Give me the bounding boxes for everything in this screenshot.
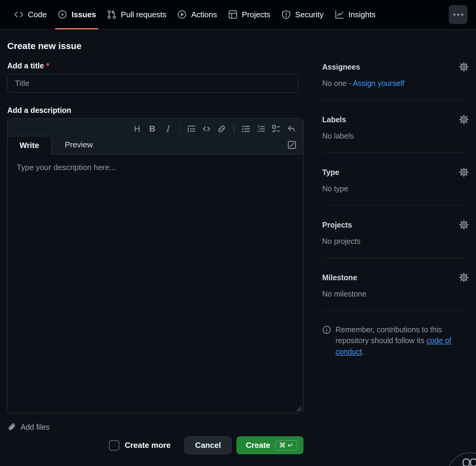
repo-tab-bar: Code Issues Pull requests Actions Pro <box>0 0 476 29</box>
form-actions: Create more Cancel Create ⌘ ↵ <box>7 436 303 454</box>
code-button[interactable] <box>200 123 213 135</box>
gear-icon <box>459 167 469 177</box>
unordered-list-icon <box>241 124 250 133</box>
code-icon <box>14 10 24 19</box>
quote-button[interactable] <box>185 123 198 135</box>
toolbar-divider <box>179 124 180 133</box>
issue-metadata-sidebar: Assignees No one - Assign yourself Label… <box>322 41 469 454</box>
unordered-list-button[interactable] <box>240 123 252 135</box>
reply-icon <box>287 124 296 133</box>
task-list-button[interactable] <box>270 123 283 135</box>
paperclip-icon <box>7 422 16 432</box>
nav-tab-label: Security <box>295 10 324 19</box>
page-title: Create new issue <box>7 41 303 51</box>
description-field-label: Add a description <box>7 106 303 115</box>
assignees-section: Assignees No one - Assign yourself <box>322 62 469 100</box>
copilot-button[interactable] <box>447 452 476 466</box>
toolbar-divider <box>233 124 234 133</box>
nav-tab-label: Insights <box>349 10 376 19</box>
issue-description-textarea[interactable] <box>8 154 303 413</box>
assignees-settings-button[interactable] <box>459 62 469 72</box>
create-button[interactable]: Create ⌘ ↵ <box>236 436 303 454</box>
copilot-icon <box>462 457 476 466</box>
nav-tab-actions[interactable]: Actions <box>172 0 222 29</box>
gear-icon <box>459 220 469 230</box>
issue-opened-icon <box>58 10 67 19</box>
kebab-icon <box>453 14 463 16</box>
nav-tab-label: Pull requests <box>121 10 166 19</box>
nav-overflow-button[interactable] <box>449 5 468 24</box>
type-title: Type <box>322 168 339 177</box>
assignees-value: No one - Assign yourself <box>322 79 469 88</box>
type-section: Type No type <box>322 153 469 205</box>
milestone-section: Milestone No milestone <box>322 258 469 311</box>
numbered-list-icon: 12 <box>256 124 266 133</box>
projects-section: Projects No projects <box>322 205 469 258</box>
nav-tab-projects[interactable]: Projects <box>223 0 276 29</box>
fullscreen-button[interactable] <box>285 138 299 152</box>
heading-button[interactable]: H <box>131 123 144 135</box>
milestone-settings-button[interactable] <box>459 273 469 282</box>
heading-icon: H <box>134 124 140 134</box>
code-icon <box>202 124 211 133</box>
cmd-key-icon: ⌘ <box>279 441 286 449</box>
type-settings-button[interactable] <box>459 167 469 177</box>
gear-icon <box>459 115 469 124</box>
keyboard-shortcut-badge: ⌘ ↵ <box>275 440 297 451</box>
labels-section: Labels No labels <box>322 100 469 153</box>
task-list-icon <box>272 124 281 133</box>
quote-icon <box>187 124 196 133</box>
nav-tab-code[interactable]: Code <box>8 0 52 29</box>
tab-write[interactable]: Write <box>7 136 51 155</box>
projects-settings-button[interactable] <box>459 220 469 230</box>
labels-value: No labels <box>322 132 469 140</box>
nav-tab-label: Projects <box>242 10 270 19</box>
svg-text:2: 2 <box>257 129 259 133</box>
editor-tabs: Write Preview <box>8 136 303 154</box>
editor-toolbar: H B I 12 <box>8 119 303 136</box>
bold-button[interactable]: B <box>146 123 159 135</box>
resize-handle[interactable] <box>295 405 302 412</box>
add-files-label: Add files <box>21 423 50 432</box>
editor-body <box>8 154 303 413</box>
projects-value: No projects <box>322 237 469 246</box>
nav-tab-pull-requests[interactable]: Pull requests <box>101 0 172 29</box>
gear-icon <box>459 62 469 72</box>
required-asterisk: * <box>46 61 49 70</box>
gear-icon <box>459 273 469 282</box>
add-files-button[interactable]: Add files <box>7 422 50 432</box>
nav-tab-label: Issues <box>71 10 96 19</box>
note-text: Remember, contributions to this reposito… <box>336 324 469 357</box>
create-more-checkbox[interactable] <box>109 440 119 451</box>
link-button[interactable] <box>215 123 228 135</box>
italic-button[interactable]: I <box>161 123 174 135</box>
issue-title-input[interactable] <box>7 74 299 93</box>
nav-tab-insights[interactable]: Insights <box>329 0 381 29</box>
milestone-title: Milestone <box>322 273 357 282</box>
create-more-label: Create more <box>125 441 171 450</box>
saved-replies-button[interactable] <box>285 123 298 135</box>
shield-icon <box>281 10 291 19</box>
create-issue-page: Create new issue Add a title * Add a des… <box>0 29 476 454</box>
cancel-button[interactable]: Cancel <box>184 436 231 454</box>
labels-title: Labels <box>322 115 346 124</box>
contribution-note: Remember, contributions to this reposito… <box>322 324 469 357</box>
italic-icon: I <box>166 124 169 134</box>
labels-settings-button[interactable] <box>459 115 469 124</box>
graph-icon <box>335 10 344 19</box>
tab-preview[interactable]: Preview <box>51 135 106 154</box>
table-icon <box>228 10 238 19</box>
assignees-title: Assignees <box>322 63 360 71</box>
svg-text:1: 1 <box>257 124 259 129</box>
bold-icon: B <box>149 124 155 134</box>
assign-yourself-link[interactable]: Assign yourself <box>353 79 404 87</box>
nav-tab-label: Code <box>28 10 47 19</box>
link-icon <box>217 124 226 133</box>
expand-icon <box>287 140 297 150</box>
create-more-group: Create more <box>109 440 171 451</box>
projects-title: Projects <box>322 221 352 229</box>
nav-tab-issues[interactable]: Issues <box>52 0 101 29</box>
git-pull-request-icon <box>107 10 117 19</box>
nav-tab-security[interactable]: Security <box>276 0 329 29</box>
numbered-list-button[interactable]: 12 <box>255 123 267 135</box>
